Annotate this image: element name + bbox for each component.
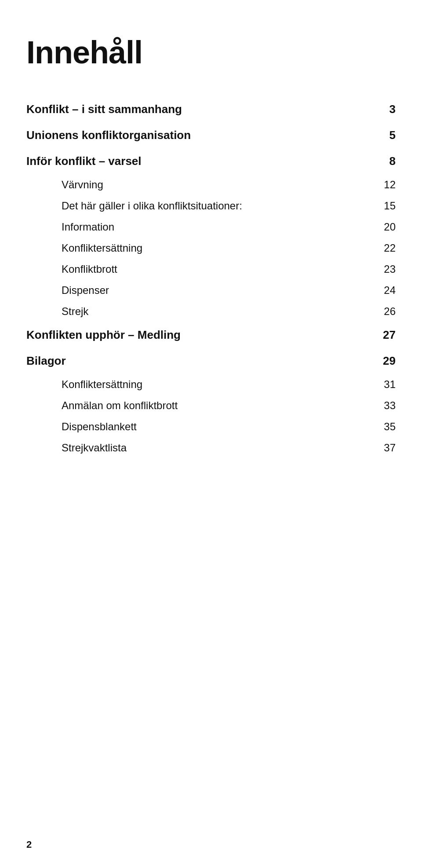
page-title: Innehåll (26, 35, 396, 70)
toc-page-number: 33 (378, 399, 396, 412)
toc-row: Konfliktbrott23 (26, 259, 396, 280)
toc-page-number: 23 (378, 263, 396, 275)
toc-page-number: 20 (378, 221, 396, 233)
toc-row: Bilagor29 (26, 348, 396, 374)
toc-page-number: 31 (378, 378, 396, 391)
toc-label: Konflikt – i sitt sammanhang (26, 103, 378, 116)
toc-label: Konfliktbrott (62, 263, 378, 275)
toc-label: Konfliktersättning (62, 378, 378, 391)
toc-page-number: 5 (378, 128, 396, 142)
toc-label: Bilagor (26, 354, 378, 368)
toc-row: Dispensblankett35 (26, 416, 396, 437)
toc-row: Värvning12 (26, 174, 396, 195)
toc-list: Konflikt – i sitt sammanhang3Unionens ko… (26, 96, 396, 458)
toc-page-number: 35 (378, 421, 396, 433)
toc-label: Unionens konfliktorganisation (26, 128, 378, 142)
toc-page-number: 27 (378, 328, 396, 342)
toc-label: Konflikten upphör – Medling (26, 328, 378, 342)
toc-page-number: 3 (378, 103, 396, 116)
toc-row: Strejk26 (26, 301, 396, 322)
toc-label: Dispensblankett (62, 421, 378, 433)
toc-label: Värvning (62, 179, 378, 191)
toc-page-number: 24 (378, 284, 396, 297)
toc-row: Information20 (26, 216, 396, 238)
toc-label: Inför konflikt – varsel (26, 154, 378, 168)
toc-label: Information (62, 221, 378, 233)
toc-label: Dispenser (62, 284, 378, 297)
toc-row: Dispenser24 (26, 280, 396, 301)
toc-page-number: 22 (378, 242, 396, 254)
toc-label: Anmälan om konfliktbrott (62, 399, 378, 412)
toc-label: Det här gäller i olika konfliktsituation… (62, 200, 378, 212)
toc-row: Strejkvaktlista37 (26, 437, 396, 458)
toc-row: Konfliktersättning22 (26, 238, 396, 259)
toc-row: Det här gäller i olika konfliktsituation… (26, 195, 396, 216)
toc-row: Konflikt – i sitt sammanhang3 (26, 96, 396, 122)
toc-page-number: 8 (378, 154, 396, 168)
toc-page-number: 37 (378, 442, 396, 454)
toc-page-number: 15 (378, 200, 396, 212)
toc-label: Konfliktersättning (62, 242, 378, 254)
toc-row: Anmälan om konfliktbrott33 (26, 395, 396, 416)
toc-label: Strejkvaktlista (62, 442, 378, 454)
toc-row: Inför konflikt – varsel8 (26, 148, 396, 174)
toc-row: Konfliktersättning31 (26, 374, 396, 395)
toc-row: Unionens konfliktorganisation5 (26, 122, 396, 148)
page-container: Innehåll Konflikt – i sitt sammanhang3Un… (0, 0, 422, 494)
toc-row: Konflikten upphör – Medling27 (26, 322, 396, 348)
toc-page-number: 12 (378, 179, 396, 191)
toc-page-number: 26 (378, 305, 396, 318)
toc-label: Strejk (62, 305, 378, 318)
toc-page-number: 29 (378, 354, 396, 368)
page-number: 2 (26, 839, 32, 850)
